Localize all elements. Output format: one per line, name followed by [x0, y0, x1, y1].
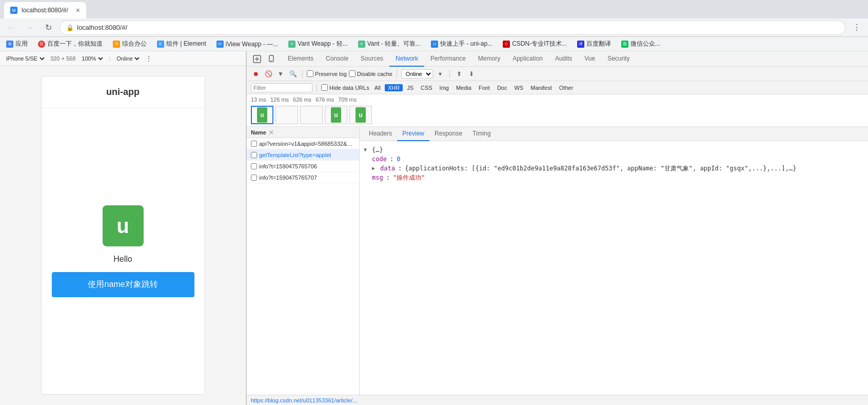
json-code-line: code : 0	[372, 155, 864, 164]
zoom-select[interactable]: 100%	[80, 55, 105, 62]
request-row-2[interactable]: getTemplateList?type=applet	[247, 149, 359, 161]
bookmark-office[interactable]: 办 综合办公	[111, 38, 149, 49]
status-link[interactable]: https://blog.csdn.net/u011353361/article…	[251, 397, 357, 403]
device-toggle-btn[interactable]	[265, 53, 278, 65]
disable-cache-checkbox[interactable]: Disable cache	[349, 70, 392, 77]
tab-console[interactable]: Console	[320, 51, 354, 67]
json-data-line: ▶ data : {applicationHots: [{id: "ed9c01…	[372, 164, 864, 173]
filter-tag-ws[interactable]: WS	[511, 84, 526, 91]
filter-tag-js[interactable]: JS	[404, 84, 417, 91]
timeline-bar-5[interactable]: u	[349, 106, 372, 124]
filter-tag-css[interactable]: CSS	[418, 84, 436, 91]
filter-sep	[317, 84, 317, 92]
close-panel-btn[interactable]: ✕	[268, 128, 274, 137]
preserve-log-checkbox[interactable]: Preserve log	[307, 70, 347, 77]
tab-elements[interactable]: Elements	[282, 51, 320, 67]
json-data-value: {applicationHots: [{id: "ed9c01b2de9a11e…	[405, 164, 796, 173]
timeline-bar-1[interactable]: u	[251, 106, 273, 124]
search-btn[interactable]: 🔍	[288, 69, 298, 79]
throttle-select[interactable]: Online	[401, 69, 433, 79]
filter-icon-btn[interactable]: ▼	[275, 69, 286, 79]
request-row-4[interactable]: info?t=1590475765707	[247, 172, 359, 183]
menu-button[interactable]: ⋮	[850, 21, 864, 35]
throttle-config-btn[interactable]: ▾	[435, 69, 445, 79]
network-condition-select[interactable]: Online	[114, 55, 141, 62]
tab-network[interactable]: Network	[389, 51, 424, 67]
bookmark-iview[interactable]: iV iView Weapp - —...	[214, 40, 280, 49]
tab-title: localhost:8080/#/	[22, 7, 72, 14]
navigate-button[interactable]: 使用name对象跳转	[52, 272, 194, 297]
inspect-icon-btn[interactable]	[251, 53, 263, 65]
bookmark-apps[interactable]: ⊞ 应用	[4, 38, 30, 49]
detail-tab-response[interactable]: Response	[429, 127, 467, 141]
tab-application[interactable]: Application	[506, 51, 549, 67]
json-data-key: data	[380, 164, 395, 173]
detail-tab-timing[interactable]: Timing	[467, 127, 496, 141]
tab-audits[interactable]: Audits	[549, 51, 578, 67]
tab-memory[interactable]: Memory	[472, 51, 506, 67]
back-button[interactable]: ←	[4, 21, 18, 35]
request-checkbox-3[interactable]	[251, 163, 257, 169]
json-data-arrow[interactable]: ▶	[372, 164, 378, 173]
devtools-tabs: Elements Console Sources Network Perform…	[247, 51, 868, 67]
filter-tag-img[interactable]: Img	[437, 84, 452, 91]
tab-performance[interactable]: Performance	[424, 51, 472, 67]
reload-button[interactable]: ↻	[41, 21, 55, 35]
bookmark-baidu[interactable]: 百 百度一下，你就知道	[36, 38, 105, 49]
detail-tab-headers[interactable]: Headers	[364, 127, 397, 141]
filter-tag-doc[interactable]: Doc	[494, 84, 510, 91]
import-btn[interactable]: ⬆	[454, 69, 464, 79]
timeline-bar-4[interactable]: u	[325, 106, 347, 124]
main-content: iPhone 5/SE 320 × 568 100% | Online ⋮	[0, 51, 868, 405]
bookmark-uni-app[interactable]: U 快速上手 - uni-ap...	[429, 38, 495, 49]
filter-tag-xhr[interactable]: XHR	[385, 84, 403, 91]
json-root: ▼ {…}	[364, 145, 864, 155]
address-input[interactable]: 🔒 localhost:8080/#/	[60, 21, 845, 35]
tab-close-btn[interactable]: ×	[76, 6, 80, 14]
timeline-bar-3[interactable]	[300, 106, 323, 124]
filter-input[interactable]	[251, 83, 312, 92]
bookmark-element[interactable]: E 组件 | Element	[155, 38, 208, 49]
url-text: localhost:8080/#/	[77, 24, 127, 31]
requests-header: Name ✕	[247, 127, 359, 138]
request-row-1[interactable]: api?version=v1&appid=58685332&ap...	[247, 138, 359, 149]
bookmark-csdn[interactable]: C CSDN-专业IT技术...	[501, 38, 569, 49]
phone-header: uni-app	[42, 76, 205, 108]
bottom-status-bar: https://blog.csdn.net/u011353361/article…	[247, 395, 868, 405]
tab-security[interactable]: Security	[601, 51, 636, 67]
timeline: 13 ms 126 ms 626 ms 676 ms 709 ms u	[247, 94, 868, 127]
bookmark-vant[interactable]: V Vant - 轻量、可靠...	[356, 38, 423, 49]
name-column-header: Name	[251, 129, 266, 136]
filter-tag-font[interactable]: Font	[476, 84, 493, 91]
request-name-2: getTemplateList?type=applet	[259, 152, 355, 158]
network-toolbar: ⏺ 🚫 ▼ 🔍 Preserve log Disable cache Onlin…	[247, 67, 868, 81]
json-code-key: code	[372, 155, 387, 164]
request-checkbox-4[interactable]	[251, 175, 257, 181]
bookmark-vant-weapp[interactable]: V Vant Weapp - 轻...	[286, 38, 350, 49]
request-checkbox-2[interactable]	[251, 152, 257, 158]
json-root-arrow[interactable]: ▼	[364, 145, 370, 155]
bookmark-wechat[interactable]: 微 微信公众...	[619, 38, 662, 49]
clear-btn[interactable]: 🚫	[263, 69, 273, 79]
tab-sources[interactable]: Sources	[354, 51, 389, 67]
bookmark-translate[interactable]: 译 百度翻译	[575, 38, 613, 49]
active-tab[interactable]: U localhost:8080/#/ ×	[4, 2, 86, 18]
timeline-bar-2[interactable]	[275, 106, 298, 124]
hide-data-urls-checkbox[interactable]: Hide data URLs	[321, 84, 369, 91]
device-select[interactable]: iPhone 5/SE	[4, 55, 46, 62]
devtools-panel: Elements Console Sources Network Perform…	[246, 51, 868, 405]
separator-1	[302, 70, 303, 78]
filter-tag-manifest[interactable]: Manifest	[527, 84, 555, 91]
app-content: uni-app u Hello 使用name对象跳转	[0, 66, 246, 405]
requests-panel: Name ✕ api?version=v1&appid=58685332&ap.…	[247, 127, 360, 395]
export-btn[interactable]: ⬇	[466, 69, 477, 79]
filter-tag-other[interactable]: Other	[556, 84, 577, 91]
forward-button[interactable]: →	[23, 21, 37, 35]
filter-tag-media[interactable]: Media	[453, 84, 475, 91]
tab-vue[interactable]: Vue	[578, 51, 601, 67]
request-checkbox-1[interactable]	[251, 141, 257, 147]
filter-tag-all[interactable]: All	[371, 84, 384, 91]
request-row-3[interactable]: info?t=1590475765706	[247, 161, 359, 172]
detail-tab-preview[interactable]: Preview	[397, 127, 429, 141]
record-btn[interactable]: ⏺	[251, 69, 261, 79]
